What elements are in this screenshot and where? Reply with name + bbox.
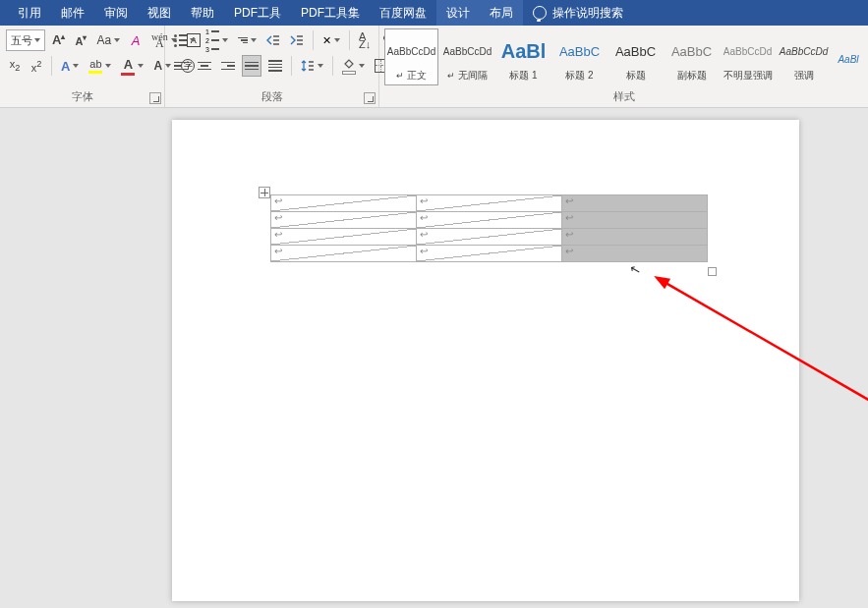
align-justify-button[interactable] [242,55,261,77]
style-item-6[interactable]: AaBbCcDd不明显强调 [721,28,775,85]
page[interactable]: ↩ ↩ ↩ ↩ ↩ ↩ ↩ ↩ ↩ ↩ ↩ ↩ ↖ [172,120,799,601]
indent-inc-button[interactable] [287,29,307,51]
group-label-styles: 样式 [379,89,868,107]
dropdown-icon [34,38,40,42]
styles-gallery[interactable]: AaBbCcDd↵ 正文AaBbCcDd↵ 无间隔AaBl标题 1AaBbC标题… [379,26,868,89]
annotation-arrow [654,276,868,415]
table-cell-selected[interactable]: ↩ [562,246,708,262]
font-size-combo[interactable]: 五号 [6,29,45,51]
table-cell[interactable]: ↩ [417,195,562,212]
paragraph-launcher[interactable] [364,92,376,104]
table-row[interactable]: ↩ ↩ ↩ [271,195,708,212]
table-move-handle[interactable] [259,187,270,198]
style-preview: AaBbCcDd [780,46,828,57]
style-preview: AaBbC [671,44,712,59]
group-styles: AaBbCcDd↵ 正文AaBbCcDd↵ 无间隔AaBl标题 1AaBbC标题… [379,26,868,107]
table-cell[interactable]: ↩ [417,229,562,246]
table-resize-handle[interactable] [708,267,717,276]
line-spacing-button[interactable] [298,55,326,77]
sort-button[interactable]: AZ↓ [356,29,374,51]
font-size-value: 五号 [11,33,32,48]
table-cell[interactable]: ↩ [271,229,417,246]
style-preview: AaBl [501,40,547,63]
font-color-button[interactable]: A [118,55,146,77]
align-right-button[interactable] [218,55,238,77]
align-center-button[interactable] [195,55,214,77]
table-row[interactable]: ↩ ↩ ↩ [271,246,708,262]
style-preview: AaBl [838,54,858,65]
style-name: ↵ 正文 [385,69,437,83]
svg-line-0 [663,281,868,421]
document-table[interactable]: ↩ ↩ ↩ ↩ ↩ ↩ ↩ ↩ ↩ ↩ ↩ ↩ [270,194,708,262]
tab-design[interactable]: 设计 [436,0,480,26]
style-name: 标题 [609,69,662,83]
tell-me[interactable]: 操作说明搜索 [523,0,633,26]
document-area: ↩ ↩ ↩ ↩ ↩ ↩ ↩ ↩ ↩ ↩ ↩ ↩ ↖ [0,108,868,608]
text-effects-button[interactable]: A [58,55,82,77]
style-preview: AaBbCcDd [387,46,435,57]
text-direction-button[interactable]: ✕ [319,29,343,51]
table-cell[interactable]: ↩ [271,212,417,229]
tab-review[interactable]: 审阅 [94,0,138,26]
style-item-3[interactable]: AaBbC标题 2 [552,28,607,85]
style-name: 不明显强调 [722,69,774,83]
tab-mailings[interactable]: 邮件 [51,0,94,26]
change-case-button[interactable]: Aa [93,29,123,51]
indent-dec-button[interactable] [263,29,283,51]
tab-partial-left[interactable] [0,0,8,26]
group-label-paragraph: 段落 [165,89,378,107]
superscript-button[interactable]: x2 [28,55,45,77]
tab-baidu[interactable]: 百度网盘 [370,0,436,26]
tab-help[interactable]: 帮助 [181,0,224,26]
style-item-8[interactable]: AaBl [833,28,864,85]
align-distributed-button[interactable] [265,55,285,77]
bullets-button[interactable] [171,29,199,51]
style-item-7[interactable]: AaBbCcDd强调 [777,28,831,85]
tab-references[interactable]: 引用 [8,0,51,26]
shading-button[interactable] [339,55,368,77]
table-row[interactable]: ↩ ↩ ↩ [271,229,708,246]
table-row[interactable]: ↩ ↩ ↩ [271,212,708,229]
style-preview: AaBbC [559,44,600,59]
style-item-0[interactable]: AaBbCcDd↵ 正文 [384,28,438,85]
numbering-button[interactable]: 123 [203,29,231,51]
font-launcher[interactable] [149,92,161,104]
style-name: 标题 2 [553,69,606,83]
table-cell[interactable]: ↩ [271,246,417,262]
style-name: 强调 [778,69,830,83]
tab-pdf-tools[interactable]: PDF工具 [224,0,291,26]
table-cell-selected[interactable]: ↩ [562,229,708,246]
tab-view[interactable]: 视图 [138,0,181,26]
table-cell[interactable]: ↩ [417,246,562,262]
shrink-font-button[interactable]: A▾ [72,29,89,51]
style-preview: AaBbCcDd [443,46,492,57]
group-label-font: 字体 [0,89,164,107]
highlight-button[interactable]: ab [86,55,114,77]
tell-me-label: 操作说明搜索 [552,5,623,22]
style-item-5[interactable]: AaBbC副标题 [665,28,719,85]
tab-pdf-set[interactable]: PDF工具集 [291,0,370,26]
align-left-button[interactable] [171,55,191,77]
tab-layout[interactable]: 布局 [480,0,523,26]
style-name: 副标题 [665,69,718,83]
svg-marker-1 [651,271,670,289]
grow-font-button[interactable]: A▴ [49,29,68,51]
multilevel-button[interactable] [235,29,260,51]
group-paragraph: 123 ✕ AZ↓ ¶ [165,26,379,107]
subscript-button[interactable]: x2 [6,55,24,77]
clear-format-button[interactable]: A [127,29,145,51]
table-cell[interactable]: ↩ [417,212,562,229]
style-preview: AaBbCcDd [723,46,772,57]
table-cell-selected[interactable]: ↩ [562,212,708,229]
style-item-2[interactable]: AaBl标题 1 [496,28,550,85]
table-cell-selected[interactable]: ↩ [562,195,708,212]
ribbon-tabs: 引用 邮件 审阅 视图 帮助 PDF工具 PDF工具集 百度网盘 设计 布局 操… [0,0,868,26]
lightbulb-icon [533,6,547,20]
style-item-1[interactable]: AaBbCcDd↵ 无间隔 [440,28,494,85]
style-item-4[interactable]: AaBbC标题 [608,28,663,85]
paint-bucket-icon [342,58,356,69]
ribbon: 五号 A▴ A▾ Aa A wénA A x2 x2 A ab A [0,26,868,108]
table-cell[interactable]: ↩ [271,195,417,212]
style-name: ↵ 无间隔 [441,69,493,83]
style-preview: AaBbC [615,44,656,59]
